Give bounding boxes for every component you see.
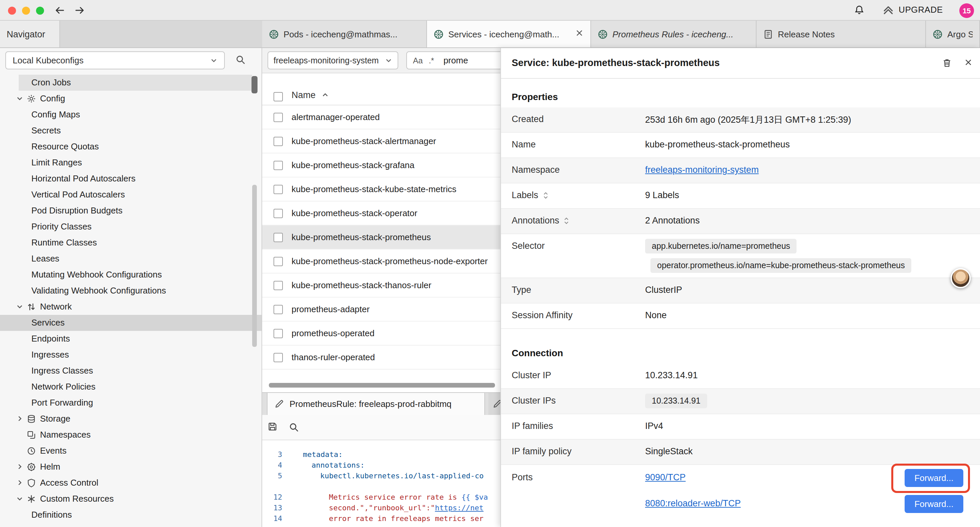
sidebar-item-custom-resources[interactable]: Custom Resources bbox=[0, 491, 261, 507]
drawer-header: Service: kube-prometheus-stack-prometheu… bbox=[501, 48, 980, 79]
code-text: kubectl.kubernetes.io/last-applied-co bbox=[287, 471, 484, 482]
sidebar-item-events[interactable]: Events bbox=[0, 443, 261, 459]
sidebar-item-config-maps[interactable]: Config Maps bbox=[0, 107, 261, 123]
close-icon[interactable] bbox=[575, 29, 584, 39]
property-label: IP family policy bbox=[512, 446, 572, 456]
bell-icon[interactable] bbox=[854, 5, 865, 15]
document-icon bbox=[763, 29, 773, 39]
sidebar-item-label: Mutating Webhook Configurations bbox=[31, 269, 162, 280]
row-checkbox[interactable] bbox=[274, 137, 283, 146]
sidebar-item-helm[interactable]: Helm bbox=[0, 459, 261, 475]
trash-icon[interactable] bbox=[942, 58, 952, 68]
sidebar-item-horizontal-pod-autoscalers[interactable]: Horizontal Pod Autoscalers bbox=[0, 171, 261, 187]
port-forward-link[interactable]: 9090/TCP bbox=[645, 472, 686, 482]
row-checkbox[interactable] bbox=[274, 257, 283, 266]
notification-count-badge[interactable]: 15 bbox=[959, 3, 974, 18]
search-icon[interactable] bbox=[289, 422, 299, 432]
regex-toggle[interactable]: .* bbox=[429, 56, 434, 65]
row-checkbox[interactable] bbox=[274, 329, 283, 338]
row-checkbox[interactable] bbox=[274, 161, 283, 170]
tab-release-notes[interactable]: Release Notes bbox=[757, 21, 926, 47]
table-search-input[interactable]: Aa .* prome bbox=[406, 51, 506, 69]
sidebar-item-label: Services bbox=[31, 318, 65, 328]
sidebar-item-cron-jobs[interactable]: Cron Jobs bbox=[0, 75, 261, 91]
row-checkbox[interactable] bbox=[274, 185, 283, 194]
property-row-ip-family-policy: IP family policySingleStack bbox=[501, 439, 980, 465]
match-case-toggle[interactable]: Aa bbox=[413, 56, 423, 65]
property-value: 253d 16h 6m ago (2025年1月13日 GMT+8 1:25:3… bbox=[645, 114, 851, 126]
sidebar-item-label: Vertical Pod Autoscalers bbox=[31, 189, 125, 199]
sidebar-item-resource-quotas[interactable]: Resource Quotas bbox=[0, 139, 261, 155]
token-str: error rate in freeleaps metrics ser bbox=[329, 514, 484, 523]
row-checkbox[interactable] bbox=[274, 113, 283, 122]
sidebar-item-definitions[interactable]: Definitions bbox=[0, 507, 261, 523]
sidebar-item-mutating-webhook-configurations[interactable]: Mutating Webhook Configurations bbox=[0, 267, 261, 283]
selector-chip: app.kubernetes.io/name=prometheus bbox=[645, 239, 797, 253]
sidebar-item-network-policies[interactable]: Network Policies bbox=[0, 379, 261, 395]
sidebar-item-port-forwarding[interactable]: Port Forwarding bbox=[0, 395, 261, 411]
sidebar-item-services[interactable]: Services bbox=[0, 315, 261, 331]
chevron-right-icon bbox=[16, 479, 23, 486]
property-row-cluster-ip: Cluster IP10.233.14.91 bbox=[501, 363, 980, 389]
navigator-panel-tab[interactable]: Navigator bbox=[0, 21, 60, 47]
sidebar-item-network[interactable]: Network bbox=[0, 299, 261, 315]
sidebar-item-runtime-classes[interactable]: Runtime Classes bbox=[0, 235, 261, 251]
save-icon[interactable] bbox=[267, 422, 277, 431]
namespace-link[interactable]: freeleaps-monitoring-system bbox=[645, 165, 759, 175]
helm-wheel-icon bbox=[27, 462, 36, 471]
sidebar-item-label: Limit Ranges bbox=[31, 158, 82, 167]
sidebar-item-validating-webhook-configurations[interactable]: Validating Webhook Configurations bbox=[0, 283, 261, 299]
code-text: metadata: bbox=[287, 450, 342, 460]
scrollbar-thumb[interactable] bbox=[252, 185, 257, 347]
name-column-header[interactable]: Name bbox=[291, 90, 329, 100]
port-forward-link[interactable]: 8080:reloader-web/TCP bbox=[645, 498, 741, 508]
select-all-checkbox[interactable] bbox=[274, 92, 283, 101]
sidebar-item-namespaces[interactable]: Namespaces bbox=[0, 427, 261, 443]
sidebar-item-pod-disruption-budgets[interactable]: Pod Disruption Budgets bbox=[0, 203, 261, 219]
close-icon[interactable] bbox=[964, 58, 973, 67]
row-checkbox[interactable] bbox=[274, 281, 283, 290]
sidebar-item-ingress-classes[interactable]: Ingress Classes bbox=[0, 363, 261, 379]
row-checkbox[interactable] bbox=[274, 209, 283, 218]
sidebar-item-leases[interactable]: Leases bbox=[0, 251, 261, 267]
property-value: 9 Labels bbox=[645, 190, 679, 200]
forward-button[interactable]: Forward... bbox=[905, 495, 963, 513]
database-icon bbox=[27, 414, 36, 424]
property-row-labels: Labels9 Labels bbox=[501, 183, 980, 209]
forward-arrow-icon[interactable] bbox=[74, 5, 85, 16]
back-arrow-icon[interactable] bbox=[54, 5, 65, 16]
row-checkbox[interactable] bbox=[274, 353, 283, 362]
user-avatar[interactable] bbox=[951, 268, 970, 288]
tab-prometheus-rules-icecheng[interactable]: Prometheus Rules - icecheng... bbox=[591, 21, 757, 47]
sidebar-item-label: Secrets bbox=[31, 126, 61, 135]
sidebar-item-label: Pod Disruption Budgets bbox=[31, 205, 123, 215]
sidebar-item-label: Events bbox=[40, 446, 67, 455]
window-close-button[interactable] bbox=[8, 6, 16, 14]
sidebar-item-limit-ranges[interactable]: Limit Ranges bbox=[0, 155, 261, 171]
double-caret-icon[interactable] bbox=[563, 217, 570, 224]
tab-services-icecheng-math[interactable]: Services - icecheng@math... bbox=[427, 21, 591, 47]
row-checkbox[interactable] bbox=[274, 233, 283, 242]
kubeconfig-selector[interactable]: Local Kubeconfigs bbox=[5, 51, 225, 69]
tab-pods-icecheng-mathmas[interactable]: Pods - icecheng@mathmas... bbox=[262, 21, 427, 47]
scrollbar-thumb[interactable] bbox=[251, 76, 258, 93]
upgrade-button[interactable]: UPGRADE bbox=[883, 4, 943, 15]
sidebar-item-label: Port Forwarding bbox=[31, 398, 93, 408]
sidebar-item-secrets[interactable]: Secrets bbox=[0, 123, 261, 139]
sidebar-item-config[interactable]: Config bbox=[0, 91, 261, 107]
editor-tab-prometheusrule[interactable]: PrometheusRule: freeleaps-prod-rabbitmq bbox=[267, 393, 485, 415]
search-icon[interactable] bbox=[235, 55, 245, 65]
row-checkbox[interactable] bbox=[274, 305, 283, 314]
sidebar-item-storage[interactable]: Storage bbox=[0, 411, 261, 427]
horizontal-scrollbar-thumb[interactable] bbox=[269, 383, 495, 388]
sidebar-item-vertical-pod-autoscalers[interactable]: Vertical Pod Autoscalers bbox=[0, 187, 261, 203]
tab-argo-se[interactable]: Argo Se bbox=[926, 21, 980, 47]
double-caret-icon[interactable] bbox=[542, 191, 549, 199]
window-minimize-button[interactable] bbox=[22, 6, 30, 14]
sidebar-item-endpoints[interactable]: Endpoints bbox=[0, 331, 261, 347]
sidebar-item-ingresses[interactable]: Ingresses bbox=[0, 347, 261, 363]
window-zoom-button[interactable] bbox=[36, 6, 44, 14]
namespace-filter-dropdown[interactable]: freeleaps-monitoring-system bbox=[267, 51, 398, 69]
sidebar-item-priority-classes[interactable]: Priority Classes bbox=[0, 219, 261, 235]
sidebar-item-access-control[interactable]: Access Control bbox=[0, 475, 261, 491]
